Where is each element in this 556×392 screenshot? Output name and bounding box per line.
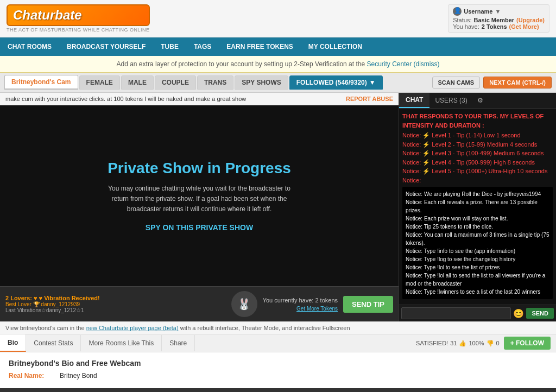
security-center-link[interactable]: Security Center <box>367 60 412 68</box>
bottom-right-controls: SATISFIED! 31 👍 100% 👎 0 + FOLLOW <box>410 334 556 352</box>
chat-notice-empty: Notice: <box>402 176 553 185</box>
video-panel: make cum with your interactive clicks. a… <box>0 93 399 321</box>
logo-text: Chaturbate <box>13 8 82 22</box>
nav-tube[interactable]: TUBE <box>153 37 186 56</box>
black-box-line1: Notice: We are playing Roll the Dice - b… <box>406 190 549 198</box>
cam-controls: SCAN CAMS NEXT CAM (CTRL-/) <box>432 77 552 88</box>
dropdown-arrow-icon: ▼ <box>369 79 376 86</box>
rating-count: 31 <box>450 340 457 346</box>
status-value: Basic Member <box>473 17 514 23</box>
black-box-line3: Notice: Each prize won will stay on the … <box>406 214 549 223</box>
thumbs-down-count: 0 <box>496 340 500 346</box>
tab-contest-stats[interactable]: Contest Stats <box>26 335 81 351</box>
tokens-info: You currently have: 2 tokens <box>263 297 338 304</box>
tokens-label: You have: <box>453 23 479 30</box>
real-name-value: Britney Bond <box>60 372 97 380</box>
get-more-link[interactable]: (Get More) <box>509 23 539 30</box>
real-name-label: Real Name: <box>9 372 58 380</box>
black-box-line6: Notice: Type !info to see the (app infor… <box>406 247 549 255</box>
private-show-overlay: Private Show in Progress You may continu… <box>91 143 308 249</box>
tab-male[interactable]: MALE <box>121 75 154 90</box>
bottom-tabs-bar: Bio Contest Stats More Rooms Like This S… <box>0 334 556 352</box>
black-box-line10: Notice: Type !lwinners to see a list of … <box>406 288 549 296</box>
chat-notice-intensity: THAT RESPONDS TO YOUR TIPS. MY LEVELS OF… <box>402 112 553 130</box>
dismiss-link[interactable]: (dismiss) <box>414 60 440 68</box>
tab-users[interactable]: USERS (3) <box>429 93 472 108</box>
private-show-title: Private Show in Progress <box>107 160 292 177</box>
emoji-button[interactable]: 😊 <box>513 308 524 319</box>
report-abuse-link[interactable]: REPORT ABUSE <box>346 96 393 102</box>
black-box-line9: Notice: Type !lol all to send the list t… <box>406 271 549 288</box>
scan-cams-button[interactable]: SCAN CAMS <box>432 77 481 88</box>
tab-current-cam[interactable]: Britneybond's Cam <box>4 75 78 90</box>
top-lover: Best Lover 🏆 danny_1212939 <box>5 301 226 307</box>
private-show-desc: You may continue chatting while you wait… <box>107 184 292 215</box>
nav-broadcast[interactable]: BROADCAST YOURSELF <box>59 37 153 56</box>
logo: Chaturbate <box>7 4 150 26</box>
video-container: Private Show in Progress You may continu… <box>0 105 399 286</box>
tab-chat[interactable]: CHAT <box>399 93 429 108</box>
main-area: make cum with your interactive clicks. a… <box>0 93 556 321</box>
cam-tabs: Britneybond's Cam FEMALE MALE COUPLE TRA… <box>0 73 556 93</box>
abuse-bar: make cum with your interactive clicks. a… <box>0 93 399 105</box>
security-text: Add an extra layer of protection to your… <box>117 60 365 68</box>
user-row: 👤 Username ▼ <box>453 7 545 16</box>
thumbs-down-icon: 👎 <box>486 340 494 347</box>
chat-input[interactable] <box>401 307 511 319</box>
user-avatar-icon: 👤 <box>453 7 462 16</box>
level-notice[interactable]: 2 Lovers: ♥ ♥ Vibration Received! <box>5 295 226 301</box>
bio-title: Britneybond's Bio and Free Webcam <box>9 359 547 368</box>
beta-link[interactable]: new Chaturbate player page (beta) <box>86 325 179 331</box>
tip-bar: 2 Lovers: ♥ ♥ Vibration Received! Best L… <box>0 286 399 321</box>
get-more-tokens-link[interactable]: Get More Tokens <box>296 306 338 312</box>
chat-notice-level3: Notice: ⚡ Level 3 - Tip (100-499) Medium… <box>402 149 553 158</box>
nav-tags[interactable]: TAGS <box>186 37 219 56</box>
chat-messages[interactable]: THAT RESPONDS TO YOUR TIPS. MY LEVELS OF… <box>399 109 556 305</box>
status-row: Status: Basic Member (Upgrade) <box>453 17 545 23</box>
upgrade-link[interactable]: (Upgrade) <box>516 17 545 23</box>
tip-right: You currently have: 2 tokens Get More To… <box>263 297 338 312</box>
tab-more-rooms[interactable]: More Rooms Like This <box>81 335 162 351</box>
satisfied-label: SATISFIED! <box>416 340 448 346</box>
satisfied-area: SATISFIED! 31 👍 100% 👎 0 <box>416 340 500 347</box>
security-banner: Add an extra layer of protection to your… <box>0 56 556 73</box>
spy-link[interactable]: SPY ON THIS PRIVATE SHOW <box>146 223 253 232</box>
chat-notice-level2: Notice: ⚡ Level 2 - Tip (15-99) Medium 4… <box>402 140 553 149</box>
black-box-line4: Notice: Tip 25 tokens to roll the dice. <box>406 223 549 231</box>
beta-bar: View britneybond's cam in the new Chatur… <box>0 321 556 334</box>
nav-chat-rooms[interactable]: CHAT ROOMS <box>0 37 59 56</box>
user-info-box: 👤 Username ▼ Status: Basic Member (Upgra… <box>448 4 549 33</box>
last-vibrations: Last Vibrations☆danny_1212☆1 <box>5 307 226 313</box>
nav-earn-tokens[interactable]: EARN FREE TOKENS <box>219 37 300 56</box>
tab-followed[interactable]: FOLLOWED (546/9320) ▼ <box>289 75 383 90</box>
black-box-line2: Notice: Each roll reveals a prize. There… <box>406 198 549 214</box>
tab-couple[interactable]: COUPLE <box>155 75 196 90</box>
tab-share[interactable]: Share <box>162 335 195 351</box>
avatar-image: 🐰 <box>231 291 257 317</box>
next-cam-button[interactable]: NEXT CAM (CTRL-/) <box>483 77 552 88</box>
tab-trans[interactable]: TRANS <box>197 75 233 90</box>
chat-notice-level5: Notice: ⚡ Level 5 - Tip (1000+) Ultra-Hi… <box>402 167 553 176</box>
black-box-line8: Notice: Type !lol to see the list of pri… <box>406 263 549 271</box>
follow-button[interactable]: + FOLLOW <box>504 337 551 350</box>
nav-collection[interactable]: MY COLLECTION <box>301 37 370 56</box>
user-name: Username <box>464 8 492 15</box>
send-chat-button[interactable]: SEND <box>526 308 554 319</box>
tab-spy-shows[interactable]: SPY SHOWS <box>235 75 288 90</box>
chat-settings-icon[interactable]: ⚙ <box>473 93 488 108</box>
tip-left: 2 Lovers: ♥ ♥ Vibration Received! Best L… <box>5 295 226 313</box>
send-tip-button[interactable]: SEND TIP <box>343 296 393 313</box>
tagline: THE ACT OF MASTURBATING WHILE CHATTING O… <box>7 27 150 33</box>
user-info: 👤 Username ▼ Status: Basic Member (Upgra… <box>448 4 549 33</box>
tab-bio[interactable]: Bio <box>0 334 26 352</box>
chat-notice-level1: Notice: ⚡ Level 1 - Tip (1-14) Low 1 sec… <box>402 131 553 140</box>
status-label: Status: <box>453 17 471 23</box>
tokens-row: You have: 2 Tokens (Get More) <box>453 23 545 30</box>
dropdown-icon[interactable]: ▼ <box>495 8 501 15</box>
tip-message: make cum with your interactive clicks. a… <box>5 96 246 102</box>
nav: CHAT ROOMS BROADCAST YOURSELF TUBE TAGS … <box>0 37 556 56</box>
bio-content: Britneybond's Bio and Free Webcam Real N… <box>0 352 556 388</box>
header: Chaturbate THE ACT OF MASTURBATING WHILE… <box>0 0 556 37</box>
chat-header: CHAT USERS (3) ⚙ <box>399 93 556 109</box>
tab-female[interactable]: FEMALE <box>79 75 120 90</box>
